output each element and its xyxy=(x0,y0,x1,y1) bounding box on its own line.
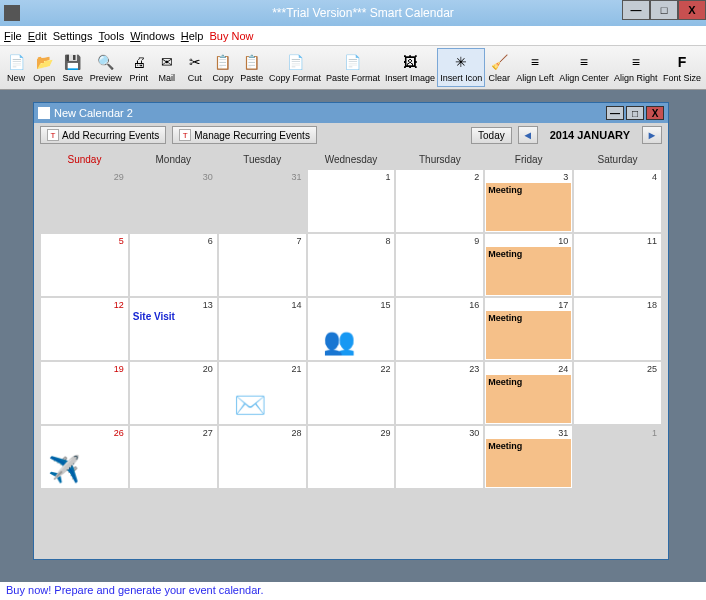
day-cell[interactable]: 2 xyxy=(396,170,483,232)
day-cell[interactable]: 24Meeting xyxy=(485,362,572,424)
day-cell[interactable]: 7 xyxy=(219,234,306,296)
day-cell[interactable]: 16 xyxy=(396,298,483,360)
day-cell[interactable]: 3Meeting xyxy=(485,170,572,232)
save-button[interactable]: 💾Save xyxy=(59,48,87,87)
day-cell[interactable]: 27 xyxy=(130,426,217,488)
align-left-button[interactable]: ≡Align Left xyxy=(513,48,556,87)
day-cell[interactable]: 19 xyxy=(41,362,128,424)
paste-button[interactable]: 📋Paste xyxy=(237,48,267,87)
day-cell[interactable]: 30 xyxy=(396,426,483,488)
calendar-maximize-button[interactable]: □ xyxy=(626,106,644,120)
copy-button[interactable]: 📋Copy xyxy=(209,48,237,87)
save-icon: 💾 xyxy=(64,53,82,71)
calendar-window-title: New Calendar 2 xyxy=(54,107,604,119)
day-cell[interactable]: 31 xyxy=(219,170,306,232)
day-cell[interactable]: 1 xyxy=(308,170,395,232)
add-recurring-button[interactable]: TAdd Recurring Events xyxy=(40,126,166,144)
next-month-button[interactable]: ► xyxy=(642,126,662,144)
day-cell[interactable]: 1 xyxy=(574,426,661,488)
menu-tools[interactable]: Tools xyxy=(98,30,124,42)
day-cell[interactable]: 8 xyxy=(308,234,395,296)
manage-recurring-button[interactable]: TManage Recurring Events xyxy=(172,126,317,144)
day-cell[interactable]: 14 xyxy=(219,298,306,360)
day-cell[interactable]: 26✈️ xyxy=(41,426,128,488)
print-button[interactable]: 🖨Print xyxy=(125,48,153,87)
align-center-icon: ≡ xyxy=(575,53,593,71)
day-cell[interactable]: 29 xyxy=(308,426,395,488)
mail-icon: ✉ xyxy=(158,53,176,71)
day-headers: Sunday Monday Tuesday Wednesday Thursday… xyxy=(40,151,662,169)
minimize-button[interactable]: — xyxy=(622,0,650,20)
head-monday: Monday xyxy=(129,151,218,169)
menu-settings[interactable]: Settings xyxy=(53,30,93,42)
day-cell[interactable]: 29 xyxy=(41,170,128,232)
calendar-close-button[interactable]: X xyxy=(646,106,664,120)
event-meeting[interactable]: Meeting xyxy=(486,311,571,359)
mdi-workspace: New Calendar 2 — □ X TAdd Recurring Even… xyxy=(0,90,706,582)
day-cell[interactable]: 4 xyxy=(574,170,661,232)
day-cell[interactable]: 20 xyxy=(130,362,217,424)
day-cell[interactable]: 12 xyxy=(41,298,128,360)
menu-help[interactable]: Help xyxy=(181,30,204,42)
insert-image-button[interactable]: 🖼Insert Image xyxy=(382,48,437,87)
day-cell[interactable]: 11 xyxy=(574,234,661,296)
day-cell[interactable]: 9 xyxy=(396,234,483,296)
menu-file[interactable]: File xyxy=(4,30,22,42)
calendar-window-icon xyxy=(38,107,50,119)
open-button[interactable]: 📂Open xyxy=(30,48,59,87)
day-cell[interactable]: 6 xyxy=(130,234,217,296)
day-cell[interactable]: 28 xyxy=(219,426,306,488)
event-site-visit[interactable]: Site Visit xyxy=(133,311,175,322)
day-cell[interactable]: 10Meeting xyxy=(485,234,572,296)
day-cell[interactable]: 5 xyxy=(41,234,128,296)
new-button[interactable]: 📄New xyxy=(2,48,30,87)
event-meeting[interactable]: Meeting xyxy=(486,375,571,423)
menu-buy-now[interactable]: Buy Now xyxy=(209,30,253,42)
mail-button[interactable]: ✉Mail xyxy=(153,48,181,87)
event-meeting[interactable]: Meeting xyxy=(486,247,571,295)
menu-edit[interactable]: Edit xyxy=(28,30,47,42)
envelope-icon: ✉️ xyxy=(234,390,266,421)
event-meeting[interactable]: Meeting xyxy=(486,183,571,231)
maximize-button[interactable]: □ xyxy=(650,0,678,20)
preview-button[interactable]: 🔍Preview xyxy=(87,48,125,87)
day-cell[interactable]: 17Meeting xyxy=(485,298,572,360)
close-button[interactable]: X xyxy=(678,0,706,20)
head-wednesday: Wednesday xyxy=(307,151,396,169)
preview-icon: 🔍 xyxy=(97,53,115,71)
cut-icon: ✂ xyxy=(186,53,204,71)
insert-image-icon: 🖼 xyxy=(401,53,419,71)
open-icon: 📂 xyxy=(35,53,53,71)
copy-format-icon: 📄 xyxy=(286,53,304,71)
clear-button[interactable]: 🧹Clear xyxy=(485,48,513,87)
day-cell[interactable]: 21✉️ xyxy=(219,362,306,424)
day-cell[interactable]: 23 xyxy=(396,362,483,424)
day-cell[interactable]: 13Site Visit xyxy=(130,298,217,360)
prev-month-button[interactable]: ◄ xyxy=(518,126,538,144)
insert-icon-button[interactable]: ✳Insert Icon xyxy=(437,48,485,87)
align-right-button[interactable]: ≡Align Right xyxy=(611,48,660,87)
paste-icon: 📋 xyxy=(243,53,261,71)
menu-windows[interactable]: Windows xyxy=(130,30,175,42)
day-cell[interactable]: 30 xyxy=(130,170,217,232)
head-tuesday: Tuesday xyxy=(218,151,307,169)
align-center-button[interactable]: ≡Align Center xyxy=(557,48,612,87)
paste-format-button[interactable]: 📄Paste Format xyxy=(324,48,383,87)
day-cell[interactable]: 22 xyxy=(308,362,395,424)
day-cell[interactable]: 25 xyxy=(574,362,661,424)
insert-icon-icon: ✳ xyxy=(452,53,470,71)
today-button[interactable]: Today xyxy=(471,127,512,144)
copy-format-button[interactable]: 📄Copy Format xyxy=(267,48,324,87)
day-cell[interactable]: 31Meeting xyxy=(485,426,572,488)
day-cell[interactable]: 18 xyxy=(574,298,661,360)
day-cell[interactable]: 15👥 xyxy=(308,298,395,360)
event-meeting[interactable]: Meeting xyxy=(486,439,571,487)
calendar-minimize-button[interactable]: — xyxy=(606,106,624,120)
cut-button[interactable]: ✂Cut xyxy=(181,48,209,87)
menu-bar: File Edit Settings Tools Windows Help Bu… xyxy=(0,26,706,46)
copy-icon: 📋 xyxy=(214,53,232,71)
font-size-button[interactable]: FFont Size xyxy=(660,48,704,87)
status-bar: Buy now! Prepare and generate your event… xyxy=(0,582,706,600)
calendar-window: New Calendar 2 — □ X TAdd Recurring Even… xyxy=(33,102,669,560)
app-icon xyxy=(4,5,20,21)
